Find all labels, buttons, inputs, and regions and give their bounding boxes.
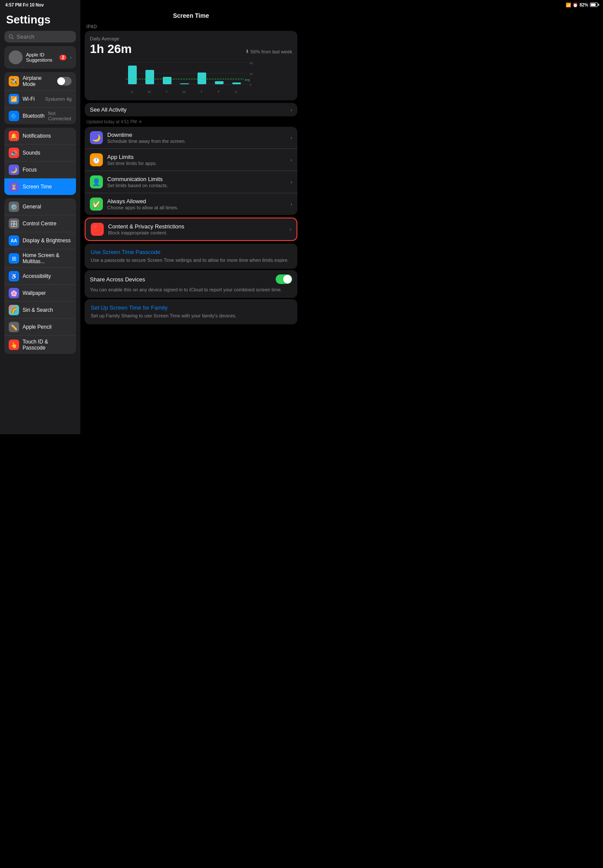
screen-time-label: Screen Time — [23, 184, 72, 190]
search-bar[interactable]: Search — [4, 31, 76, 43]
touch-id-label: Touch ID & Passcode — [23, 339, 72, 351]
app-limits-icon: ⏱️ — [90, 153, 103, 166]
sidebar-item-focus[interactable]: 🌙 Focus — [4, 162, 76, 178]
accessibility-label: Accessibility — [23, 273, 72, 279]
share-sub: You can enable this on any device signed… — [90, 287, 292, 293]
focus-icon: 🌙 — [9, 165, 19, 175]
wallpaper-label: Wallpaper — [23, 290, 72, 296]
svg-rect-12 — [198, 73, 206, 84]
daily-avg-label: Daily Average — [90, 36, 292, 41]
accessibility-icon: ♿ — [9, 271, 19, 281]
siri-label: Siri & Search — [23, 307, 72, 313]
sidebar-item-home-screen[interactable]: ⊞ Home Screen & Multitas... — [4, 249, 76, 268]
airplane-toggle[interactable] — [57, 77, 72, 86]
sidebar-item-accessibility[interactable]: ♿ Accessibility — [4, 268, 76, 285]
always-allowed-chevron-icon: › — [290, 201, 292, 207]
svg-text:avg: avg — [245, 78, 250, 82]
screen-time-icon: ⏳ — [9, 182, 19, 192]
wifi-label: Wi-Fi — [23, 96, 42, 102]
search-placeholder: Search — [16, 33, 34, 40]
svg-rect-11 — [180, 83, 189, 84]
sounds-label: Sounds — [23, 150, 72, 156]
settings-title: Settings — [0, 10, 80, 29]
updated-row: Updated today at 4:51 PM ✳ — [80, 118, 302, 127]
svg-text:S: S — [131, 90, 133, 94]
sounds-icon: 🔊 — [9, 148, 19, 158]
downtime-item[interactable]: 🌙 Downtime Schedule time away from the s… — [85, 127, 297, 149]
loading-spinner-icon: ✳ — [138, 119, 142, 124]
device-label: IPAD — [80, 24, 302, 31]
apple-id-badge: 2 — [59, 55, 66, 60]
sidebar-item-notifications[interactable]: 🔔 Notifications — [4, 128, 76, 145]
home-screen-label: Home Screen & Multitas... — [23, 252, 72, 264]
updated-text: Updated today at 4:51 PM — [86, 119, 137, 124]
change-text: 56% from last week — [250, 49, 292, 54]
sidebar-item-airplane[interactable]: ✈️ Airplane Mode — [4, 72, 76, 91]
see-all-label: See All Activity — [90, 106, 127, 113]
content-privacy-title: Content & Privacy Restrictions — [108, 223, 285, 230]
svg-rect-9 — [145, 70, 154, 84]
passcode-section[interactable]: Use Screen Time Passcode Use a passcode … — [85, 244, 297, 269]
downtime-sub: Schedule time away from the screen. — [107, 139, 286, 144]
communication-limits-chevron-icon: › — [290, 179, 292, 185]
share-title: Share Across Devices — [90, 276, 145, 283]
content-privacy-icon: 🚫 — [91, 223, 104, 236]
svg-text:T: T — [166, 90, 168, 94]
svg-text:6h: 6h — [250, 62, 253, 65]
control-centre-label: Control Centre — [23, 221, 72, 227]
content-privacy-item[interactable]: 🚫 Content & Privacy Restrictions Block i… — [86, 218, 297, 240]
sidebar-item-general[interactable]: ⚙️ General — [4, 198, 76, 215]
communication-limits-item[interactable]: 👤 Communication Limits Set limits based … — [85, 171, 297, 193]
apple-id-card[interactable]: Apple ID Suggestions 2 › — [4, 46, 76, 69]
always-allowed-title: Always Allowed — [107, 198, 286, 205]
sidebar-item-wifi[interactable]: 📶 Wi-Fi Systumm 4g — [4, 91, 76, 108]
general-icon: ⚙️ — [9, 201, 19, 212]
app-limits-chevron-icon: › — [290, 157, 292, 162]
sidebar-item-display[interactable]: AA Display & Brightness — [4, 232, 76, 249]
sidebar-item-wallpaper[interactable]: 🌸 Wallpaper — [4, 285, 76, 302]
family-section[interactable]: Set Up Screen Time for Family Set up Fam… — [85, 299, 297, 324]
sidebar-item-apple-pencil[interactable]: ✏️ Apple Pencil — [4, 319, 76, 336]
see-all-chevron-icon: › — [290, 107, 292, 112]
sidebar-item-bluetooth[interactable]: 🔷 Bluetooth Not Connected — [4, 108, 76, 124]
daily-avg-time: 1h 26m — [90, 42, 132, 56]
share-toggle[interactable] — [276, 274, 292, 284]
change-icon: ⬇ — [245, 49, 249, 54]
usage-chart-card: Daily Average 1h 26m ⬇ 56% from last wee… — [85, 31, 297, 100]
downtime-icon: 🌙 — [90, 131, 103, 144]
connectivity-group: ✈️ Airplane Mode 📶 Wi-Fi Systumm 4g 🔷 Bl… — [4, 72, 76, 124]
focus-label: Focus — [23, 167, 72, 173]
wifi-icon-item: 📶 — [9, 94, 19, 104]
sidebar-item-control-centre[interactable]: 🎛️ Control Centre — [4, 215, 76, 232]
passcode-sub: Use a passcode to secure Screen Time set… — [91, 257, 291, 264]
notifications-label: Notifications — [23, 133, 72, 139]
airplane-icon: ✈️ — [9, 76, 19, 86]
sidebar-item-sounds[interactable]: 🔊 Sounds — [4, 145, 76, 162]
always-allowed-item[interactable]: ✅ Always Allowed Choose apps to allow at… — [85, 193, 297, 215]
toggle-knob — [283, 275, 292, 284]
family-sub: Set up Family Sharing to use Screen Time… — [91, 313, 291, 319]
apple-pencil-label: Apple Pencil — [23, 324, 72, 330]
svg-rect-13 — [215, 81, 224, 84]
apple-id-label: Apple ID Suggestions — [26, 52, 56, 63]
svg-text:F: F — [218, 90, 220, 94]
downtime-title: Downtime — [107, 132, 286, 138]
see-all-activity-row[interactable]: See All Activity › — [85, 103, 297, 116]
screen-time-page-title: Screen Time — [80, 10, 302, 24]
general-label: General — [23, 204, 72, 210]
bluetooth-icon: 🔷 — [9, 111, 19, 121]
airplane-label: Airplane Mode — [23, 75, 53, 87]
svg-text:T: T — [201, 90, 203, 94]
passcode-label: Use Screen Time Passcode — [91, 249, 291, 255]
svg-rect-10 — [163, 77, 171, 84]
svg-text:S: S — [235, 90, 237, 94]
bluetooth-value: Not Connected — [48, 111, 72, 121]
sidebar-item-screen-time[interactable]: ⏳ Screen Time — [4, 178, 76, 195]
sidebar-item-touch-id[interactable]: 👆 Touch ID & Passcode — [4, 336, 76, 354]
always-allowed-sub: Choose apps to allow at all times. — [107, 205, 286, 210]
app-limits-item[interactable]: ⏱️ App Limits Set time limits for apps. … — [85, 149, 297, 171]
wifi-value: Systumm 4g — [45, 96, 72, 102]
sidebar-item-siri[interactable]: 🌈 Siri & Search — [4, 302, 76, 319]
screen-time-detail: Screen Time IPAD Daily Average 1h 26m ⬇ … — [80, 0, 302, 434]
screen-time-features-group: 🌙 Downtime Schedule time away from the s… — [85, 127, 297, 215]
